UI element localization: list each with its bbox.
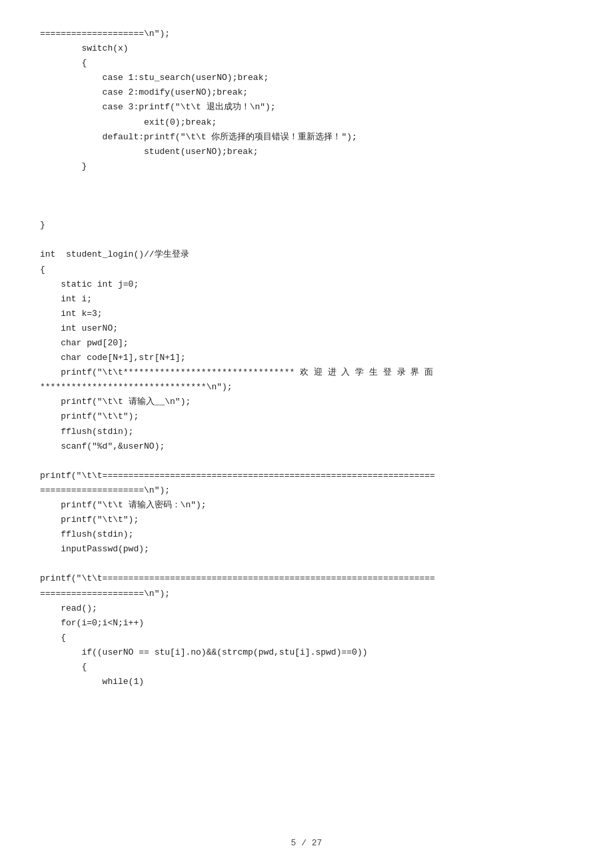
code-content: ====================\n"); switch(x) { ca… <box>40 27 573 689</box>
page-footer: 5 / 27 <box>0 838 613 848</box>
page-number: 5 / 27 <box>291 838 322 848</box>
page-container: ====================\n"); switch(x) { ca… <box>0 0 613 868</box>
